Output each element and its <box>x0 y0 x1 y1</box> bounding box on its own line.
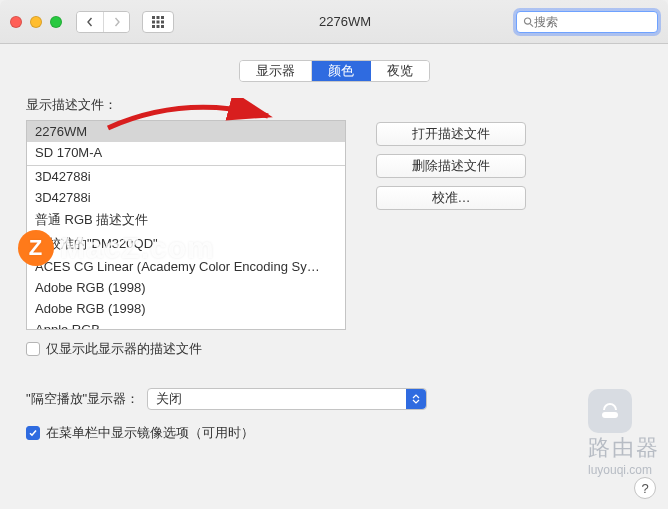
list-item[interactable]: ACES CG Linear (Academy Color Encoding S… <box>27 256 345 277</box>
svg-rect-4 <box>157 20 160 23</box>
airplay-label: "隔空播放"显示器： <box>26 390 139 408</box>
list-item[interactable]: SD 170M-A <box>27 142 345 163</box>
window-controls <box>10 16 62 28</box>
minimize-icon[interactable] <box>30 16 42 28</box>
svg-rect-7 <box>157 25 160 28</box>
show-all-button[interactable] <box>142 11 174 33</box>
show-only-checkbox[interactable] <box>26 342 40 356</box>
list-item[interactable]: 2276WM <box>27 121 345 142</box>
profile-listbox[interactable]: 2276WM SD 170M-A 3D42788i 3D42788i 普通 RG… <box>26 120 346 330</box>
chevron-updown-icon <box>406 389 426 409</box>
tab-bar: 显示器 颜色 夜览 <box>26 60 642 82</box>
search-field[interactable] <box>516 11 658 33</box>
list-item[interactable]: 3D42788i <box>27 165 345 187</box>
svg-rect-2 <box>161 16 164 19</box>
svg-rect-0 <box>152 16 155 19</box>
svg-rect-1 <box>157 16 160 19</box>
svg-rect-5 <box>161 20 164 23</box>
svg-rect-8 <box>161 25 164 28</box>
list-item[interactable]: 3D42788i <box>27 187 345 208</box>
footer-area: "隔空播放"显示器： 关闭 在菜单栏中显示镜像选项（可用时） <box>0 368 668 462</box>
back-button[interactable] <box>77 12 103 32</box>
show-only-label: 仅显示此显示器的描述文件 <box>46 340 202 358</box>
list-item[interactable]: 已校准的"DM320QD" <box>27 232 345 256</box>
profile-list-label: 显示描述文件： <box>26 96 346 114</box>
mirror-checkbox[interactable] <box>26 426 40 440</box>
list-item[interactable]: Apple RGB <box>27 319 345 330</box>
search-icon <box>523 16 534 28</box>
list-item[interactable]: 普通 RGB 描述文件 <box>27 208 345 232</box>
tab-display[interactable]: 显示器 <box>240 61 311 81</box>
nav-buttons <box>76 11 130 33</box>
content-area: 显示器 颜色 夜览 显示描述文件： 2276WM SD 170M-A 3D427… <box>0 44 668 368</box>
zoom-icon[interactable] <box>50 16 62 28</box>
forward-button[interactable] <box>103 12 129 32</box>
calibrate-button[interactable]: 校准… <box>376 186 526 210</box>
airplay-popup[interactable]: 关闭 <box>147 388 427 410</box>
svg-line-10 <box>530 23 533 26</box>
delete-profile-button[interactable]: 删除描述文件 <box>376 154 526 178</box>
tab-nightshift[interactable]: 夜览 <box>371 61 429 81</box>
svg-rect-3 <box>152 20 155 23</box>
tab-color[interactable]: 颜色 <box>311 61 371 81</box>
list-item[interactable]: Adobe RGB (1998) <box>27 277 345 298</box>
help-button[interactable]: ? <box>634 477 656 499</box>
window-title: 2276WM <box>174 14 516 29</box>
svg-point-9 <box>524 17 530 23</box>
titlebar: 2276WM <box>0 0 668 44</box>
close-icon[interactable] <box>10 16 22 28</box>
search-input[interactable] <box>534 15 651 29</box>
open-profile-button[interactable]: 打开描述文件 <box>376 122 526 146</box>
list-item[interactable]: Adobe RGB (1998) <box>27 298 345 319</box>
preferences-window: 2276WM 显示器 颜色 夜览 显示描述文件： 2276WM SD 17 <box>0 0 668 509</box>
airplay-value: 关闭 <box>156 390 182 408</box>
mirror-label: 在菜单栏中显示镜像选项（可用时） <box>46 424 254 442</box>
svg-rect-6 <box>152 25 155 28</box>
